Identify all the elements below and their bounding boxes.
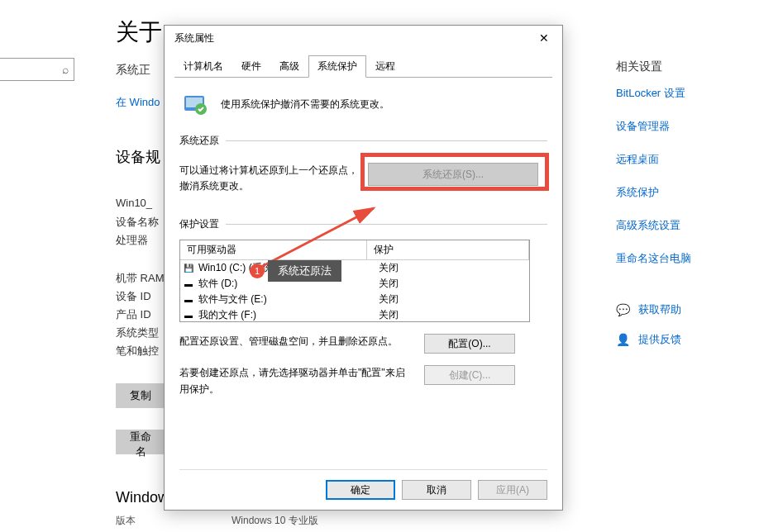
link-device-manager[interactable]: 设备管理器 <box>616 119 748 134</box>
restore-group-title: 系统还原 <box>179 134 219 148</box>
configure-description: 配置还原设置、管理磁盘空间，并且删除还原点。 <box>179 334 414 349</box>
edition-value: Windows 10 专业版 <box>232 514 318 528</box>
drive-icon: 💾 <box>180 264 197 273</box>
page-subtitle: 系统正 <box>116 63 150 78</box>
copy-button[interactable]: 复制 <box>116 383 165 408</box>
feedback-label: 提供反馈 <box>638 332 681 347</box>
configure-button[interactable]: 配置(O)... <box>424 334 515 354</box>
page-title: 关于 <box>116 17 162 48</box>
drive-protection: 关闭 <box>372 292 529 306</box>
system-restore-button[interactable]: 系统还原(S)... <box>368 163 538 186</box>
intro-text: 使用系统保护撤消不需要的系统更改。 <box>221 97 389 112</box>
spec-device-label: 设备名称 <box>116 215 159 230</box>
link-advanced-settings[interactable]: 高级系统设置 <box>616 218 748 233</box>
close-icon[interactable]: ✕ <box>532 28 556 48</box>
spec-device-name: Win10_ <box>116 197 152 209</box>
dialog-tabs: 计算机名 硬件 高级 系统保护 远程 <box>165 50 562 78</box>
drive-protection: 关闭 <box>372 277 529 291</box>
cancel-button[interactable]: 取消 <box>402 480 471 500</box>
tab-remote[interactable]: 远程 <box>366 55 404 78</box>
apply-button: 应用(A) <box>478 480 547 500</box>
feedback-icon: 👤 <box>616 333 630 346</box>
windows-defender-link[interactable]: 在 Windo <box>116 95 160 110</box>
drive-row[interactable]: ▬ 我的文件 (F:) 关闭 <box>180 307 529 322</box>
drive-row[interactable]: ▬ 软件 (D:) 关闭 <box>180 276 529 292</box>
drive-row[interactable]: 💾 Win10 (C:) (系统) 关闭 <box>180 260 529 276</box>
related-settings-heading: 相关设置 <box>616 59 748 74</box>
link-remote-desktop[interactable]: 远程桌面 <box>616 152 748 167</box>
spec-device-id: 设备 ID <box>116 289 151 304</box>
col-drive: 可用驱动器 <box>180 240 367 259</box>
get-help-label: 获取帮助 <box>638 302 681 317</box>
device-specs-heading: 设备规 <box>116 147 160 167</box>
settings-group-title: 保护设置 <box>179 217 219 231</box>
drive-protection: 关闭 <box>372 308 529 322</box>
spec-ram: 机带 RAM <box>116 271 165 286</box>
drive-icon: ▬ <box>180 295 197 304</box>
drive-icon: ▬ <box>180 279 197 288</box>
drive-name: Win10 (C:) (系统) <box>197 261 372 275</box>
edition-label: 版本 <box>116 514 136 528</box>
dialog-title: 系统属性 <box>174 31 214 45</box>
divider <box>226 140 547 141</box>
get-help-link[interactable]: 💬 获取帮助 <box>616 302 748 317</box>
search-icon: ⌕ <box>62 63 69 76</box>
drive-list[interactable]: 可用驱动器 保护 💾 Win10 (C:) (系统) 关闭 ▬ 软件 (D:) … <box>179 240 530 322</box>
rename-button[interactable]: 重命名 <box>116 430 165 454</box>
ok-button[interactable]: 确定 <box>326 480 395 500</box>
tab-advanced[interactable]: 高级 <box>270 55 308 78</box>
link-bitlocker[interactable]: BitLocker 设置 <box>616 86 748 101</box>
help-icon: 💬 <box>616 303 630 316</box>
spec-pen-touch: 笔和触控 <box>116 344 159 359</box>
drive-icon: ▬ <box>180 311 197 320</box>
restore-description: 可以通过将计算机还原到上一个还原点，撤消系统更改。 <box>179 163 360 194</box>
tab-system-protection[interactable]: 系统保护 <box>308 55 366 78</box>
drive-protection: 关闭 <box>372 261 529 275</box>
spec-processor: 处理器 <box>116 233 148 248</box>
drive-name: 我的文件 (F:) <box>197 308 372 322</box>
spec-system-type: 系统类型 <box>116 325 159 340</box>
link-system-protection[interactable]: 系统保护 <box>616 185 748 200</box>
divider <box>226 224 547 225</box>
system-properties-dialog: 系统属性 ✕ 计算机名 硬件 高级 系统保护 远程 使用系统保护撤消不需要的系统… <box>164 25 563 511</box>
search-input[interactable]: ⌕ <box>0 58 74 81</box>
drive-name: 软件 (D:) <box>197 277 372 291</box>
shield-icon <box>179 89 209 119</box>
drive-row[interactable]: ▬ 软件与文件 (E:) 关闭 <box>180 292 529 307</box>
tab-hardware[interactable]: 硬件 <box>232 55 270 78</box>
drive-name: 软件与文件 (E:) <box>197 292 372 306</box>
spec-product-id: 产品 ID <box>116 307 151 322</box>
create-description: 若要创建还原点，请先选择驱动器并单击"配置"来启用保护。 <box>179 365 414 397</box>
col-protection: 保护 <box>367 240 529 259</box>
create-button: 创建(C)... <box>424 365 515 385</box>
tab-computer-name[interactable]: 计算机名 <box>174 55 232 78</box>
link-rename-pc[interactable]: 重命名这台电脑 <box>616 251 748 266</box>
feedback-link[interactable]: 👤 提供反馈 <box>616 332 748 347</box>
